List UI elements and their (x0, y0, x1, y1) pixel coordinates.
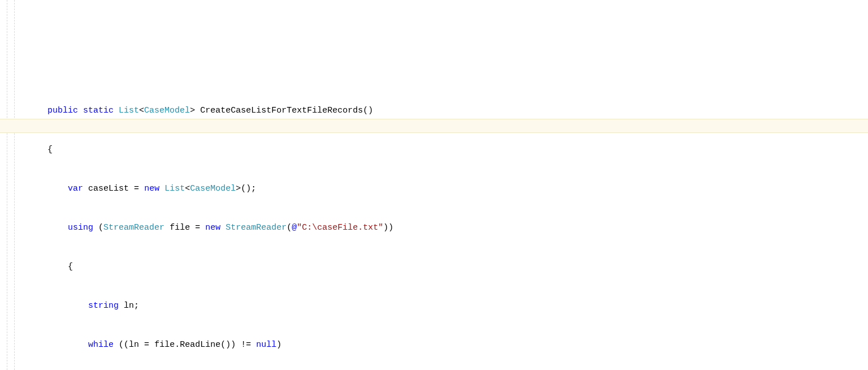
code-line: public static List<CaseModel> CreateCase… (7, 104, 868, 117)
code-line: { (7, 143, 868, 156)
code-line: using (StreamReader file = new StreamRea… (7, 221, 868, 234)
code-line: var caseList = new List<CaseModel>(); (7, 182, 868, 195)
code-line: string ln; (7, 299, 868, 312)
code-editor[interactable]: public static List<CaseModel> CreateCase… (0, 0, 868, 370)
code-line: while ((ln = file.ReadLine()) != null) (7, 338, 868, 351)
code-line: { (7, 260, 868, 273)
